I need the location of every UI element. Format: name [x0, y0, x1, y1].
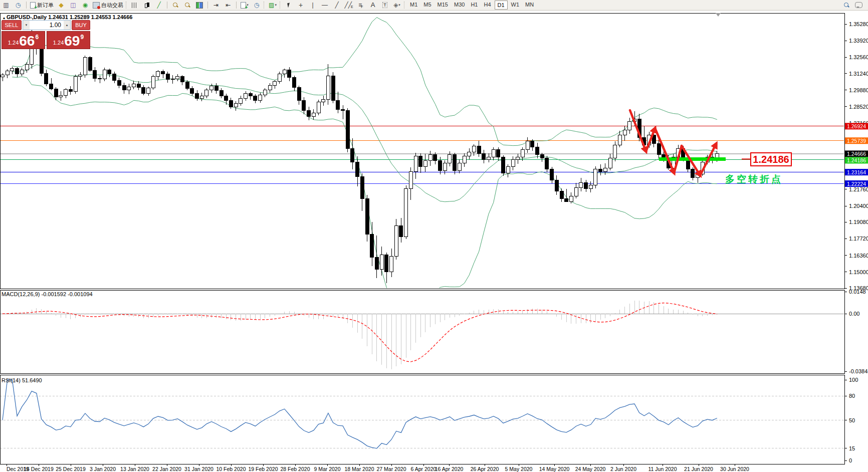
date-tick-label: 26 Apr 2020 — [471, 466, 499, 472]
candle-body — [283, 70, 286, 74]
toolbar-grip — [126, 2, 128, 9]
timeframe-button-H1[interactable]: H1 — [468, 1, 480, 9]
candle-body — [307, 111, 311, 117]
timeframe-button-D1[interactable]: D1 — [495, 1, 508, 10]
date-tick-label: 5 May 2020 — [505, 466, 533, 472]
chart-canvas[interactable]: 1.352801.339201.325601.312401.298801.285… — [0, 0, 868, 472]
bar-chart-button[interactable] — [129, 1, 140, 10]
candle-body — [259, 95, 262, 100]
turning-point-annotation[interactable]: 多空转折点 — [725, 173, 783, 186]
indicators-button[interactable]: ▨▾ — [267, 1, 278, 10]
chart-shift-button[interactable]: ⇥ — [210, 1, 222, 10]
trendline-tool[interactable]: ╱ — [331, 1, 342, 10]
toolbar-grip — [404, 2, 406, 9]
crosshair-tool[interactable]: + — [295, 1, 306, 10]
timeframe-button-M1[interactable]: M1 — [407, 1, 420, 9]
price-axis: 1.352801.339201.325601.312401.298801.285… — [844, 21, 868, 463]
vertical-line-tool[interactable]: | — [307, 1, 318, 10]
candle-body — [599, 169, 602, 172]
sell-price-big: 66 — [19, 35, 35, 48]
price-callout-box[interactable]: 1.24186 — [750, 152, 792, 166]
candle-body — [83, 58, 87, 75]
marketwatch-icon[interactable]: ▥ — [1, 1, 12, 10]
candle-body — [623, 130, 626, 135]
line-chart-button[interactable]: ╱ — [153, 1, 164, 10]
candle-body — [210, 86, 213, 90]
candle-body — [536, 147, 539, 155]
candle-body — [331, 76, 335, 100]
candle-body — [458, 163, 461, 171]
candle-body — [385, 255, 388, 272]
new-order-button[interactable]: 新订单 — [29, 1, 55, 10]
candle-body — [278, 74, 281, 82]
candle-body — [497, 150, 500, 157]
candlestick-chart-button[interactable] — [141, 1, 152, 10]
zoom-in-button[interactable] — [170, 1, 181, 10]
new-order-icon — [30, 2, 36, 9]
buy-button[interactable]: BUY — [72, 20, 90, 30]
timeframe-button-M15[interactable]: M15 — [435, 1, 451, 9]
text-tool[interactable]: A — [367, 1, 378, 10]
candle-body — [142, 87, 145, 93]
timeframe-button-H4[interactable]: H4 — [481, 1, 493, 9]
gold-diamond-icon: ◆ — [59, 2, 63, 8]
date-tick-label: 22 Jan 2020 — [152, 466, 181, 472]
candle-body — [69, 89, 72, 92]
period-clock-button[interactable]: ◷ — [251, 1, 262, 10]
rsi-tick-label: 15 — [849, 445, 855, 451]
sell-price-box[interactable]: 1.24666 — [2, 31, 45, 49]
fibonacci-tool[interactable]: ≡F — [355, 1, 366, 10]
tile-windows-button[interactable] — [194, 1, 205, 10]
zoom-out-button[interactable] — [182, 1, 193, 10]
candle-body — [628, 122, 631, 130]
candle-body — [453, 155, 457, 171]
tick-chart-icon[interactable]: ◷ — [13, 1, 24, 10]
new-chart-button[interactable]: ▾ — [239, 1, 250, 10]
volume-value[interactable]: 1.00 — [30, 21, 64, 30]
sell-button[interactable]: SELL — [2, 20, 22, 30]
date-tick-label: 28 Feb 2020 — [281, 466, 310, 472]
candle-body — [214, 86, 218, 91]
candle-body — [200, 96, 203, 98]
line-chart-icon: ╱ — [157, 2, 160, 8]
channel-tool[interactable]: ╱╱E — [343, 1, 354, 10]
timeframe-button-W1[interactable]: W1 — [509, 1, 522, 9]
volume-increase-button[interactable]: ▲ — [64, 21, 70, 30]
candle-body — [691, 169, 695, 178]
symbol-marker-icon: ▴ — [3, 16, 5, 20]
strategy-tester-button[interactable]: ◫ — [68, 1, 79, 10]
timeframe-button-MN[interactable]: MN — [523, 1, 536, 9]
toolbar-separator — [236, 2, 237, 9]
cursor-tool[interactable] — [283, 1, 294, 10]
timeframe-button-M5[interactable]: M5 — [421, 1, 433, 9]
candle-body — [603, 168, 607, 171]
candle-body — [511, 159, 515, 167]
arrows-tool[interactable]: ◈▾ — [391, 1, 402, 10]
autotrading-button[interactable]: 自动交易 — [92, 1, 124, 10]
channel-letter: E — [351, 5, 353, 9]
candle-body — [472, 146, 476, 152]
mql-wizard-button[interactable]: ◆ — [56, 1, 67, 10]
auto-scroll-button[interactable]: ⇤ — [223, 1, 234, 10]
candle-body — [6, 71, 9, 75]
buy-price-box[interactable]: 1.24699 — [47, 31, 90, 49]
candle-body — [161, 72, 165, 74]
volume-decrease-button[interactable]: ▼ — [23, 21, 30, 30]
candle-body — [297, 87, 301, 100]
candle-body — [360, 176, 364, 198]
text-label-tool[interactable]: T — [379, 1, 390, 10]
purple-chart-icon: ◫ — [70, 2, 76, 8]
chat-button[interactable] — [853, 1, 864, 10]
new-chart-icon — [241, 2, 246, 9]
search-button[interactable] — [841, 1, 852, 10]
autotrading-icon — [93, 2, 100, 9]
candle-body — [477, 146, 481, 153]
timeframe-button-M30[interactable]: M30 — [452, 1, 467, 9]
price-badge-label: 1.24666 — [847, 151, 866, 157]
candle-body — [531, 141, 534, 147]
candle-body — [579, 183, 583, 188]
horizontal-line-tool[interactable]: — — [319, 1, 330, 10]
signals-button[interactable]: ◉ — [80, 1, 91, 10]
candle-body — [64, 89, 68, 95]
candle-body — [439, 161, 442, 171]
